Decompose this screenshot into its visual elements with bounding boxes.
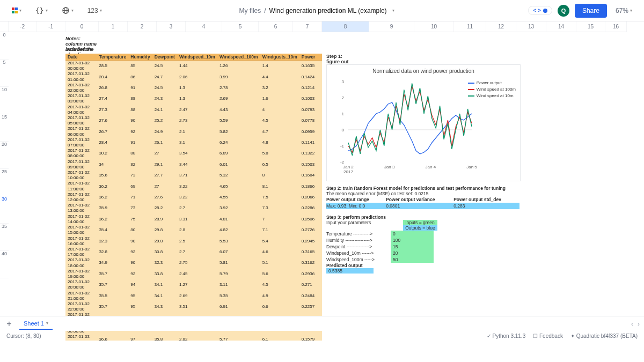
table-row[interactable]: 2017-01-02 20:00:0035.79434.11.273.114.5… <box>65 279 322 290</box>
table-row[interactable]: 2017-01-02 08:00:0030.288273.546.895.80.… <box>65 148 322 159</box>
table-row[interactable]: 2017-01-02 00:00:0028.58524.51.441.261.4… <box>65 61 322 72</box>
table-row[interactable]: 2017-01-02 10:00:0035.67327.73.715.3280.… <box>65 170 322 181</box>
tab-sheet1[interactable]: Sheet 1 ▾ <box>19 318 53 330</box>
chevron-down-icon: ▾ <box>71 8 74 13</box>
column-header[interactable]: 7 <box>293 21 322 32</box>
table-row[interactable]: 2017-01-02 14:00:0036.27528.93.314.8170.… <box>65 214 322 225</box>
globe-menu[interactable]: ▾ <box>58 4 77 17</box>
table-cell: 29.8 <box>152 236 177 247</box>
sheet-prev-button[interactable]: ‹ <box>631 320 633 328</box>
table-header: Dewpoint <box>152 54 177 61</box>
table-row[interactable]: 2017-01-02 18:00:0034.99032.32.755.815.1… <box>65 257 322 268</box>
table-row[interactable]: 2017-01-02 09:00:00348229.13.446.016.50.… <box>65 159 322 170</box>
column-header[interactable]: 8 <box>322 21 369 32</box>
code-menu[interactable]: {} ▾ <box>32 4 51 17</box>
param-value[interactable]: 0 <box>391 231 434 237</box>
share-button[interactable]: Share <box>575 4 607 18</box>
table-row[interactable]: 2017-01-02 05:00:0027.69025.22.735.594.5… <box>65 115 322 126</box>
table-cell: 0.2945 <box>299 236 322 247</box>
table-row[interactable]: 2017-01-02 04:00:0027.38824.12.474.4340.… <box>65 105 322 115</box>
param-value[interactable]: 20 <box>391 250 434 256</box>
table-cell: 91 <box>128 137 152 148</box>
table-row[interactable]: 2017-01-02 22:00:0035.79534.33.516.916.6… <box>65 301 322 312</box>
table-row[interactable]: 2017-01-02 06:00:0026.79224.92.15.824.70… <box>65 126 322 137</box>
logo-menu[interactable]: ▾ <box>9 5 25 16</box>
row-header[interactable]: 0 <box>0 32 9 60</box>
column-header[interactable]: 6 <box>259 21 293 32</box>
column-header[interactable]: 12 <box>486 21 516 32</box>
table-row[interactable]: 2017-01-02 17:00:0032.89230.82.76.074.60… <box>65 247 322 257</box>
row-header[interactable]: 30 <box>0 196 9 224</box>
svg-text:Jan 5: Jan 5 <box>466 165 477 169</box>
breadcrumb: My files / Wind generation prediction ML… <box>112 7 522 14</box>
table-cell: 85 <box>128 61 152 72</box>
file-title[interactable]: Wind generation prediction ML (example) <box>269 7 387 14</box>
table-cell: 2.47 <box>177 105 217 115</box>
avatar[interactable]: Q <box>558 5 569 17</box>
table-row[interactable]: 2017-01-02 21:00:0035.59534.12.695.354.9… <box>65 291 322 301</box>
column-header[interactable]: 3 <box>157 21 186 32</box>
feedback-link[interactable]: ☐ Feedback <box>533 333 563 339</box>
row-header[interactable]: 35 <box>0 224 9 251</box>
column-header[interactable]: 16 <box>605 21 627 32</box>
table-cell: 3.92 <box>217 203 260 213</box>
grid[interactable]: -2-1012345678910111213141516 05101520253… <box>0 21 644 341</box>
step2: Step 2: train Random Forest model for pr… <box>326 186 519 209</box>
table-cell: 94 <box>128 279 152 290</box>
sheet-next-button[interactable]: › <box>638 320 640 328</box>
column-header[interactable]: 1 <box>99 21 128 32</box>
column-header[interactable]: -1 <box>36 21 65 32</box>
column-header[interactable]: 2 <box>128 21 157 32</box>
table-cell: 2017-01-02 07:00:00 <box>65 137 97 148</box>
table-row[interactable]: 2017-01-02 03:00:0027.48824.31.32.691.60… <box>65 93 322 104</box>
column-header[interactable] <box>0 21 9 32</box>
table-row[interactable]: 2017-01-02 12:00:0036.27127.63.224.557.5… <box>65 192 322 203</box>
table-row[interactable]: 2017-01-02 19:00:0035.79233.82.455.795.6… <box>65 269 322 279</box>
table-row[interactable]: 2017-01-02 11:00:0036.269273.224.658.10.… <box>65 181 322 191</box>
param-value[interactable]: 15 <box>391 243 434 250</box>
column-header[interactable]: 13 <box>516 21 546 32</box>
column-header[interactable]: 5 <box>222 21 259 32</box>
param-row: Windspeed_100m ----->50 <box>326 256 434 263</box>
table-cell: 0.1003 <box>299 93 322 104</box>
add-sheet-button[interactable]: + <box>4 319 14 329</box>
column-header[interactable]: 15 <box>576 21 605 32</box>
table-row[interactable]: 2017-01-02 16:00:0032.39029.82.55.535.40… <box>65 236 322 247</box>
chevron-down-icon[interactable]: ▾ <box>392 8 394 13</box>
table-row[interactable]: 2017-01-02 13:00:0035.97328.22.73.927.30… <box>65 203 322 213</box>
row-header[interactable]: 25 <box>0 169 9 196</box>
code-mode-pill[interactable]: < > <box>528 6 552 15</box>
column-header[interactable]: 0 <box>65 21 99 32</box>
table-row[interactable]: 2017-01-02 01:00:0028.48624.72.063.994.4… <box>65 71 322 82</box>
row-header[interactable]: 10 <box>0 87 9 114</box>
param-value[interactable]: 100 <box>391 237 434 243</box>
breadcrumb-root[interactable]: My files <box>239 7 261 14</box>
table-row[interactable]: 2017-01-02 07:00:0028.49126.13.16.244.80… <box>65 137 322 148</box>
zoom-menu[interactable]: 67% ▾ <box>612 5 635 17</box>
table-cell: 28.2 <box>152 203 177 213</box>
table-cell: 4.55 <box>217 192 260 203</box>
column-header[interactable]: 14 <box>546 21 576 32</box>
table-cell: 6.6 <box>260 301 299 312</box>
column-header[interactable]: 10 <box>414 21 454 32</box>
column-header[interactable]: -2 <box>9 21 36 32</box>
param-value[interactable]: 50 <box>391 256 434 263</box>
row-header[interactable]: 20 <box>0 142 9 169</box>
table-cell: 3.11 <box>217 279 260 290</box>
row-header[interactable]: 40 <box>0 251 9 278</box>
step2-table: Power output range Power output variance… <box>326 196 519 209</box>
format-menu[interactable]: 123 ▾ <box>84 5 105 17</box>
table-cell: 1.4 <box>260 61 299 72</box>
column-header[interactable]: 11 <box>454 21 486 32</box>
row-header[interactable]: 15 <box>0 114 9 142</box>
table-cell: 24.9 <box>152 126 177 137</box>
table-header: Power output range <box>326 196 386 203</box>
table-row[interactable]: 2017-01-02 02:00:0026.89124.51.32.783.20… <box>65 83 322 93</box>
row-header[interactable]: 5 <box>0 60 9 87</box>
table-cell: 4.9 <box>260 291 299 301</box>
column-header[interactable]: 4 <box>186 21 222 32</box>
python-status[interactable]: ✓ Python 3.11.3 <box>487 333 526 339</box>
table-cell: 0.0793 <box>299 105 322 115</box>
column-header[interactable]: 9 <box>369 21 414 32</box>
table-row[interactable]: 2017-01-02 15:00:0035.48029.82.84.827.10… <box>65 225 322 235</box>
